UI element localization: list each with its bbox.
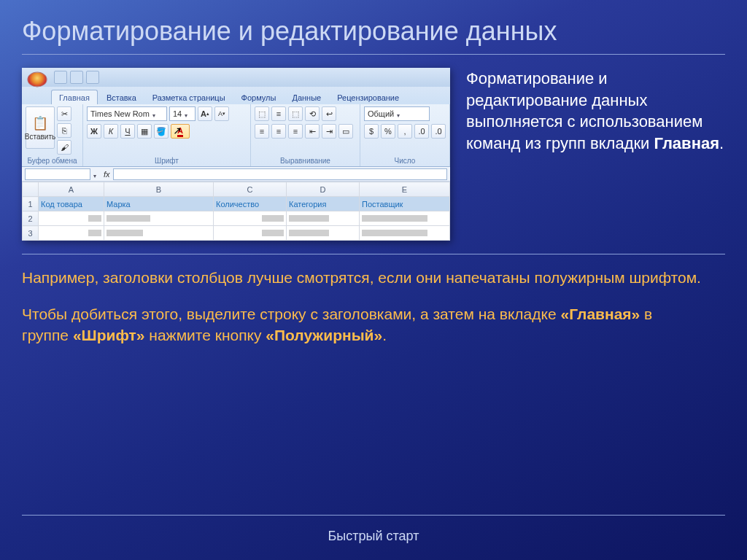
ribbon-tabs: Главная Вставка Разметка страницы Формул…: [22, 87, 450, 104]
name-box[interactable]: [25, 168, 90, 180]
chevron-down-icon: [185, 110, 192, 117]
percent-icon: %: [384, 127, 392, 136]
cell[interactable]: [287, 211, 360, 226]
ribbon: 📋 Вставить ✂ ⎘ 🖌 Буфер обмена: [22, 104, 450, 167]
side-description: Форматирование и редактирование данных в…: [466, 68, 725, 155]
tab-formulas[interactable]: Формулы: [234, 90, 284, 104]
row-header[interactable]: 3: [23, 226, 39, 241]
paste-button[interactable]: 📋 Вставить: [26, 106, 55, 149]
cell[interactable]: [39, 226, 104, 241]
group-clipboard-label: Буфер обмена: [26, 157, 79, 166]
comma-button[interactable]: ,: [398, 124, 412, 139]
align-middle-icon: ≡: [276, 109, 281, 118]
row-header[interactable]: 2: [23, 211, 39, 226]
increase-font-button[interactable]: A▴: [198, 106, 212, 121]
increase-indent-button[interactable]: ⇥: [322, 124, 336, 139]
cell[interactable]: Категория: [287, 197, 360, 211]
align-top-button[interactable]: ⬚: [255, 106, 269, 121]
cell[interactable]: [214, 226, 287, 241]
scissors-icon: ✂: [61, 109, 68, 119]
tab-review[interactable]: Рецензирование: [330, 90, 406, 104]
slide-title: Форматирование и редактирование данных: [0, 0, 747, 47]
worksheet[interactable]: A B C D E 1 Код товара Марка Количество …: [22, 182, 450, 241]
formatpainter-button[interactable]: 🖌: [57, 140, 71, 155]
font-name-combo[interactable]: Times New Rom: [87, 106, 167, 121]
underline-icon: Ч: [125, 127, 130, 136]
bold-button[interactable]: Ж: [87, 124, 101, 139]
col-header[interactable]: D: [287, 182, 360, 197]
dec-decimal-button[interactable]: .0: [431, 124, 446, 139]
cell[interactable]: [360, 226, 450, 241]
underline-button[interactable]: Ч: [120, 124, 135, 139]
group-clipboard: 📋 Вставить ✂ ⎘ 🖌 Буфер обмена: [22, 104, 83, 166]
tab-pagelayout[interactable]: Разметка страницы: [145, 90, 233, 104]
inc-indent-icon: ⇥: [326, 127, 333, 136]
col-header[interactable]: A: [39, 182, 104, 197]
inc-decimal-icon: .0: [418, 127, 425, 136]
table-row: 3: [23, 226, 450, 241]
tab-data[interactable]: Данные: [285, 90, 328, 104]
cell[interactable]: [360, 211, 450, 226]
col-header[interactable]: E: [360, 182, 450, 197]
chevron-down-icon: [397, 110, 404, 117]
footer-label: Быстрый старт: [328, 529, 419, 543]
border-button[interactable]: ▦: [137, 124, 152, 139]
cell[interactable]: Марка: [104, 197, 214, 211]
cell[interactable]: Количество: [214, 197, 287, 211]
qat-save-icon[interactable]: [54, 71, 67, 84]
cell[interactable]: [104, 211, 214, 226]
wrap-text-button[interactable]: ↩: [322, 106, 336, 121]
group-alignment-label: Выравнивание: [255, 157, 356, 166]
cut-button[interactable]: ✂: [57, 106, 71, 121]
cell[interactable]: [104, 226, 214, 241]
font-name-value: Times New Rom: [90, 109, 150, 118]
copy-icon: ⎘: [62, 126, 67, 135]
align-middle-button[interactable]: ≡: [271, 106, 286, 121]
align-left-icon: ≡: [260, 127, 264, 136]
fill-color-button[interactable]: 🪣: [154, 124, 169, 139]
tab-insert[interactable]: Вставка: [99, 90, 144, 104]
decrease-font-button[interactable]: A▾: [214, 106, 229, 121]
currency-button[interactable]: $: [364, 124, 379, 139]
qat-redo-icon[interactable]: [86, 71, 99, 84]
formula-bar: fx: [22, 167, 450, 182]
italic-button[interactable]: К: [104, 124, 118, 139]
window-titlebar: [22, 68, 450, 87]
align-left-button[interactable]: ≡: [255, 124, 269, 139]
bucket-icon: 🪣: [156, 127, 166, 136]
formula-input[interactable]: [113, 168, 447, 180]
tab-home[interactable]: Главная: [51, 90, 98, 104]
decrease-indent-button[interactable]: ⇤: [305, 124, 320, 139]
cell[interactable]: [214, 211, 287, 226]
align-right-button[interactable]: ≡: [288, 124, 303, 139]
col-header[interactable]: C: [214, 182, 287, 197]
col-header[interactable]: B: [104, 182, 214, 197]
font-size-combo[interactable]: 14: [169, 106, 196, 121]
font-size-value: 14: [173, 109, 182, 118]
copy-button[interactable]: ⎘: [57, 123, 71, 138]
row-header[interactable]: 1: [23, 197, 39, 211]
qat-undo-icon[interactable]: [70, 71, 83, 84]
italic-icon: К: [109, 127, 113, 136]
paragraph-1: Например, заголовки столбцов лучше смотр…: [22, 268, 703, 288]
cell[interactable]: [287, 226, 360, 241]
bold-icon: Ж: [90, 127, 98, 136]
number-format-combo[interactable]: Общий: [364, 106, 430, 121]
excel-screenshot: Главная Вставка Разметка страницы Формул…: [22, 68, 450, 241]
paste-label: Вставить: [25, 133, 55, 141]
inc-decimal-button[interactable]: .0: [414, 124, 429, 139]
cell[interactable]: [39, 211, 104, 226]
align-bottom-button[interactable]: ⬚: [288, 106, 303, 121]
select-all-corner[interactable]: [23, 182, 39, 197]
group-number-label: Число: [364, 157, 446, 166]
fx-icon[interactable]: fx: [104, 170, 110, 179]
cell[interactable]: Код товара: [39, 197, 104, 211]
chevron-down-icon[interactable]: [93, 171, 101, 178]
cell[interactable]: Поставщик: [360, 197, 450, 211]
percent-button[interactable]: %: [381, 124, 395, 139]
office-button[interactable]: [27, 72, 47, 88]
align-center-button[interactable]: ≡: [271, 124, 286, 139]
merge-button[interactable]: ▭: [338, 124, 353, 139]
orientation-button[interactable]: ⟲: [305, 106, 320, 121]
font-color-button[interactable]: A: [171, 124, 190, 139]
